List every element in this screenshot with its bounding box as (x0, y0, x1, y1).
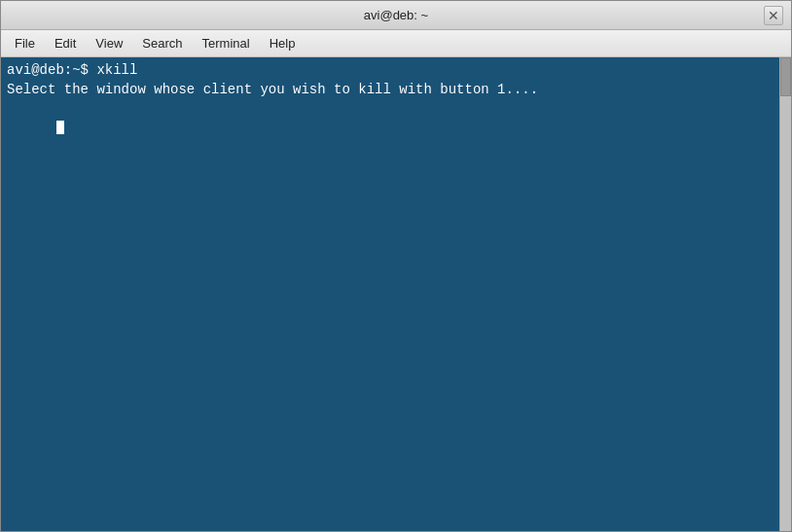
menu-edit[interactable]: Edit (45, 33, 86, 53)
menu-help[interactable]: Help (260, 33, 306, 53)
window-title: avi@deb: ~ (364, 8, 428, 22)
prompt-line: avi@deb:~$ xkill (7, 61, 785, 81)
cursor-line (7, 99, 785, 157)
menu-search[interactable]: Search (132, 33, 192, 53)
menu-bar: File Edit View Search Terminal Help (1, 30, 791, 57)
close-button[interactable]: ✕ (764, 6, 783, 25)
scrollbar-thumb[interactable] (780, 57, 791, 96)
menu-terminal[interactable]: Terminal (193, 33, 260, 53)
menu-file[interactable]: File (5, 33, 45, 53)
scrollbar[interactable] (779, 57, 791, 531)
output-line: Select the window whose client you wish … (7, 81, 785, 100)
terminal-cursor (56, 121, 64, 134)
menu-view[interactable]: View (86, 33, 132, 53)
title-bar: avi@deb: ~ ✕ (1, 1, 791, 30)
terminal-window: avi@deb: ~ ✕ File Edit View Search Termi… (0, 0, 792, 532)
terminal-body[interactable]: avi@deb:~$ xkill Select the window whose… (1, 57, 791, 531)
